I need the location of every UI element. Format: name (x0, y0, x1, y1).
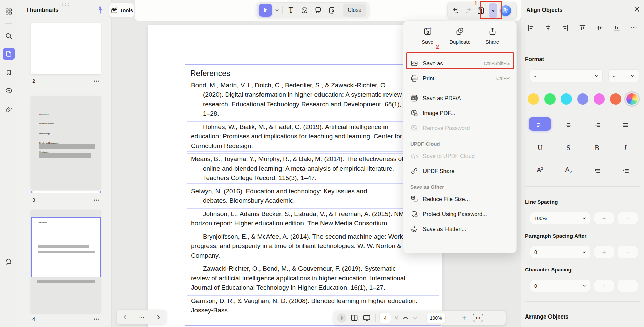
menu-item-save-as[interactable]: Save as... Ctrl+Shift+S (409, 56, 511, 71)
updf-ai-icon[interactable] (500, 5, 511, 16)
text-align-center-button[interactable] (557, 117, 580, 131)
menu-item-protect-using-password[interactable]: Protect Using Password... (409, 206, 511, 221)
bold-button[interactable]: B (586, 141, 608, 154)
page-number-input[interactable]: 4 (380, 313, 391, 323)
align-top-icon[interactable] (579, 25, 586, 31)
menu-item-reduce-file-size[interactable]: Reduce File Size... (409, 192, 511, 206)
expand-bar-icon[interactable] (337, 313, 346, 323)
document-page[interactable]: References Bond, M., Marín, V. I., Dolch… (148, 25, 442, 327)
page-2-menu-dots[interactable]: ••• (94, 79, 100, 84)
thumbnails-tab-icon[interactable] (3, 48, 15, 60)
redo-icon[interactable] (464, 5, 473, 16)
select-tool-chevron-icon[interactable] (274, 4, 280, 16)
text-align-justify-button[interactable] (614, 117, 637, 131)
add-text-tool[interactable]: T (285, 4, 296, 16)
italic-button[interactable]: I (614, 141, 637, 154)
page-3-thumbnail[interactable]: Introduction Literature Review Methodolo… (31, 96, 101, 189)
reference-item[interactable]: Johnson, L., Adams Becker, S., Estrada, … (187, 208, 439, 229)
character-spacing-increase-button[interactable]: + (594, 280, 614, 292)
previous-page-icon[interactable] (403, 315, 408, 321)
menu-item-updf-share[interactable]: UPDF Share (409, 164, 511, 178)
line-spacing-select[interactable]: 100% (530, 212, 590, 224)
pin-panel-icon[interactable] (96, 5, 105, 16)
quick-share-button[interactable]: Share (477, 27, 507, 54)
page-link-tool[interactable] (326, 4, 337, 16)
align-bottom-icon[interactable] (614, 25, 620, 31)
page-4-thumbnail[interactable]: References (31, 210, 101, 313)
font-family-select[interactable]: - (530, 69, 603, 82)
character-spacing-decrease-button[interactable]: − (618, 280, 638, 292)
comments-icon[interactable] (3, 85, 15, 97)
attachments-icon[interactable] (3, 104, 15, 116)
font-size-select[interactable]: - (608, 69, 639, 82)
menu-item-save-as-flatten[interactable]: Save as Flatten... (409, 221, 511, 236)
line-spacing-decrease-button[interactable]: − (618, 212, 638, 224)
color-yellow[interactable] (528, 93, 539, 105)
reference-item[interactable]: Selwyn, N. (2016). Education and technol… (187, 186, 439, 206)
tools-button[interactable]: Tools (109, 3, 135, 18)
reference-item[interactable]: Means, B., Toyama, Y., Murphy, R., & Bak… (187, 153, 439, 184)
color-purple[interactable] (577, 93, 588, 105)
sign-stamp-icon[interactable] (3, 256, 15, 268)
next-page-icon[interactable] (412, 315, 418, 321)
more-align-options-icon[interactable]: ⋯ (631, 24, 638, 31)
menu-item-label: Print... (423, 75, 439, 82)
paragraph-spacing-increase-button[interactable]: + (594, 246, 614, 258)
page-3-menu-dots[interactable]: ••• (94, 198, 100, 203)
page-2-thumbnail[interactable] (31, 23, 101, 74)
underline-button[interactable]: U (529, 141, 551, 154)
paragraph-spacing-select[interactable]: 0 (530, 246, 590, 258)
pager-next-icon[interactable] (156, 315, 161, 320)
presentation-mode-icon[interactable] (362, 314, 371, 322)
strikethrough-button[interactable]: S (557, 141, 580, 154)
reference-item[interactable]: Bond, M., Marín, V. I., Dolch, C., Beden… (187, 80, 439, 119)
indent-button[interactable] (614, 163, 637, 177)
color-cyan[interactable] (561, 93, 572, 105)
text-align-right-button[interactable] (586, 117, 608, 131)
paragraph-spacing-decrease-button[interactable]: − (618, 246, 638, 258)
add-image-tool[interactable] (299, 4, 310, 16)
pager-more[interactable]: ⋯ (139, 314, 144, 320)
menu-item-print[interactable]: Print... Ctrl+P (409, 71, 511, 86)
text-align-left-button[interactable] (529, 117, 551, 131)
character-spacing-select[interactable]: 0 (530, 280, 590, 292)
close-panel-icon[interactable] (634, 7, 639, 12)
apps-grid-icon[interactable] (3, 5, 15, 18)
page-layout-icon[interactable] (350, 314, 358, 322)
zoom-out-icon[interactable]: − (450, 314, 454, 322)
menu-item-save-as-pdfa[interactable]: PDF/A Save as PDF/A... (409, 91, 511, 106)
undo-icon[interactable] (452, 5, 460, 16)
save-options-chevron[interactable] (489, 3, 497, 18)
color-green[interactable] (544, 93, 556, 105)
search-icon[interactable] (3, 30, 15, 42)
save-icon[interactable] (476, 5, 485, 16)
superscript-button[interactable]: A2 (529, 163, 551, 177)
bookmark-icon[interactable] (3, 67, 15, 79)
add-link-tool[interactable] (313, 4, 324, 16)
panel-drag-handle-icon[interactable] (62, 3, 69, 6)
quick-duplicate-button[interactable]: Duplicate (445, 27, 475, 54)
align-right-icon[interactable] (562, 25, 568, 31)
font-family-value: - (534, 73, 536, 79)
menu-item-image-pdf[interactable]: Image PDF... (409, 106, 511, 121)
zoom-in-icon[interactable]: + (462, 314, 466, 322)
select-tool-button[interactable] (259, 4, 272, 17)
pager-prev-icon[interactable] (123, 315, 127, 320)
reference-item[interactable]: Zawacki-Richter, O., Bond, M., & Gouvern… (187, 263, 439, 293)
reference-item[interactable]: Brynjolfsson, E., & McAfee, A. (2014). T… (187, 231, 439, 261)
subscript-button[interactable]: A2 (557, 163, 580, 177)
align-middle-vertical-icon[interactable] (597, 25, 603, 31)
align-left-icon[interactable] (528, 25, 534, 31)
zoom-level-input[interactable]: 100% (427, 313, 445, 323)
page-4-menu-dots[interactable]: ••• (94, 317, 100, 322)
outdent-button[interactable] (586, 163, 608, 177)
reference-item[interactable]: Holmes, W., Bialik, M., & Fadel, C. (201… (187, 121, 439, 152)
line-spacing-increase-button[interactable]: + (594, 212, 614, 224)
close-edit-mode-button[interactable]: Close (343, 4, 366, 17)
actual-size-button[interactable]: 1:1 (473, 314, 483, 322)
align-center-horizontal-icon[interactable] (545, 25, 552, 31)
color-pink[interactable] (594, 93, 605, 105)
text-content-block[interactable]: References Bond, M., Marín, V. I., Dolch… (185, 64, 441, 326)
color-picker-rainbow[interactable] (626, 93, 638, 105)
color-orange[interactable] (610, 93, 621, 105)
